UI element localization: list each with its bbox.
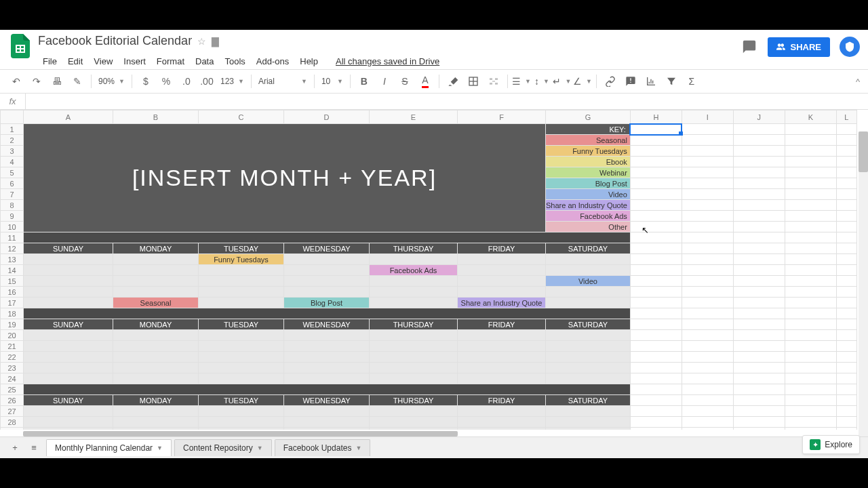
functions-button[interactable]: Σ [682, 72, 701, 91]
avatar[interactable] [840, 37, 860, 57]
row-header[interactable]: 24 [1, 373, 24, 384]
row-header[interactable]: 11 [1, 232, 24, 243]
wrap-button[interactable]: ↵▼ [553, 72, 572, 91]
text-color-button[interactable]: A [416, 72, 435, 91]
row-header[interactable]: 1 [1, 124, 24, 135]
calendar-entry[interactable]: Funny Tuesdays [199, 254, 284, 265]
chart-button[interactable] [642, 72, 660, 91]
undo-button[interactable]: ↶ [7, 72, 26, 91]
share-button[interactable]: SHARE [768, 37, 830, 57]
paint-format-button[interactable]: ✎ [68, 72, 87, 91]
font-size-select[interactable]: 10▼ [319, 73, 346, 89]
row-header[interactable]: 14 [1, 265, 24, 276]
comment-button[interactable] [621, 72, 640, 91]
row-header[interactable]: 13 [1, 254, 24, 265]
row-header[interactable]: 17 [1, 298, 24, 308]
row-header[interactable]: 25 [1, 384, 24, 395]
folder-icon[interactable]: ▇ [212, 36, 219, 47]
save-status[interactable]: All changes saved in Drive [331, 54, 444, 68]
menu-view[interactable]: View [89, 54, 117, 68]
font-select[interactable]: Arial▼ [256, 73, 310, 89]
sheet-tab[interactable]: Monthly Planning Calendar▼ [46, 439, 172, 456]
month-title-cell[interactable]: [INSERT MONTH + YEAR] [24, 124, 546, 232]
row-header[interactable]: 10 [1, 222, 24, 232]
collapse-toolbar-icon[interactable]: ^ [856, 77, 860, 87]
row-header[interactable]: 18 [1, 308, 24, 319]
redo-button[interactable]: ↷ [27, 72, 46, 91]
menu-tools[interactable]: Tools [220, 54, 250, 68]
calendar-entry[interactable]: Seasonal [113, 298, 199, 308]
calendar-entry[interactable]: Blog Post [284, 298, 370, 308]
link-button[interactable] [601, 72, 620, 91]
col-header[interactable]: D [284, 110, 370, 124]
col-header[interactable]: H [630, 110, 682, 124]
print-button[interactable]: 🖶 [47, 72, 66, 91]
all-sheets-button[interactable]: ≡ [24, 439, 43, 458]
sheet-tab[interactable]: Facebook Updates▼ [275, 439, 371, 456]
star-icon[interactable]: ☆ [197, 36, 206, 47]
document-title[interactable]: Facebook Editorial Calendar [38, 34, 192, 48]
col-header[interactable]: B [113, 110, 199, 124]
row-header[interactable]: 12 [1, 243, 24, 254]
row-header[interactable]: 15 [1, 276, 24, 287]
menu-insert[interactable]: Insert [119, 54, 151, 68]
row-header[interactable]: 4 [1, 157, 24, 167]
formula-input[interactable] [26, 94, 868, 109]
row-header[interactable]: 27 [1, 406, 24, 417]
row-header[interactable]: 28 [1, 417, 24, 428]
menu-format[interactable]: Format [152, 54, 189, 68]
row-header[interactable]: 22 [1, 352, 24, 363]
row-header[interactable]: 26 [1, 395, 24, 406]
add-sheet-button[interactable]: + [5, 439, 24, 458]
row-header[interactable]: 7 [1, 189, 24, 200]
valign-button[interactable]: ↕▼ [532, 72, 551, 91]
fill-color-button[interactable] [443, 72, 462, 91]
decrease-decimal-button[interactable]: .0 [177, 72, 196, 91]
col-header[interactable]: K [785, 110, 836, 124]
selected-cell[interactable] [630, 124, 682, 135]
row-header[interactable]: 5 [1, 167, 24, 178]
sheet-tab[interactable]: Content Repository▼ [174, 439, 272, 456]
col-header[interactable]: A [24, 110, 113, 124]
comments-icon[interactable] [741, 38, 758, 56]
row-header[interactable]: 29 [1, 428, 24, 430]
menu-data[interactable]: Data [191, 54, 218, 68]
menu-help[interactable]: Help [295, 54, 323, 68]
col-header[interactable]: F [458, 110, 546, 124]
italic-button[interactable]: I [375, 72, 394, 91]
row-header[interactable]: 23 [1, 363, 24, 373]
row-header[interactable]: 6 [1, 178, 24, 189]
merge-button[interactable] [484, 72, 503, 91]
halign-button[interactable]: ☰▼ [512, 72, 531, 91]
borders-button[interactable] [464, 72, 483, 91]
calendar-entry[interactable]: Facebook Ads [370, 265, 458, 276]
zoom-select[interactable]: 90%▼ [96, 73, 127, 89]
col-header[interactable]: E [370, 110, 458, 124]
row-header[interactable]: 3 [1, 146, 24, 157]
menu-add-ons[interactable]: Add-ons [252, 54, 294, 68]
col-header[interactable]: L [836, 110, 856, 124]
rotate-button[interactable]: ∠▼ [573, 72, 592, 91]
percent-button[interactable]: % [157, 72, 176, 91]
number-format-select[interactable]: 123▼ [218, 73, 247, 89]
explore-button[interactable]: ✦ Explore [802, 435, 860, 454]
row-header[interactable]: 9 [1, 211, 24, 222]
strikethrough-button[interactable]: S [395, 72, 414, 91]
increase-decimal-button[interactable]: .00 [197, 72, 216, 91]
row-header[interactable]: 19 [1, 319, 24, 330]
col-header[interactable]: J [733, 110, 785, 124]
col-header[interactable]: I [682, 110, 733, 124]
bold-button[interactable]: B [355, 72, 374, 91]
col-header[interactable]: C [199, 110, 284, 124]
filter-button[interactable] [662, 72, 681, 91]
calendar-entry[interactable]: Video [546, 276, 631, 287]
currency-button[interactable]: $ [136, 72, 155, 91]
row-header[interactable]: 8 [1, 200, 24, 211]
calendar-entry[interactable]: Share an Industry Quote [458, 298, 546, 308]
row-header[interactable]: 16 [1, 287, 24, 298]
horizontal-scrollbar[interactable] [23, 431, 859, 436]
row-header[interactable]: 21 [1, 341, 24, 352]
col-header[interactable]: G [546, 110, 631, 124]
menu-edit[interactable]: Edit [63, 54, 87, 68]
menu-file[interactable]: File [38, 54, 62, 68]
